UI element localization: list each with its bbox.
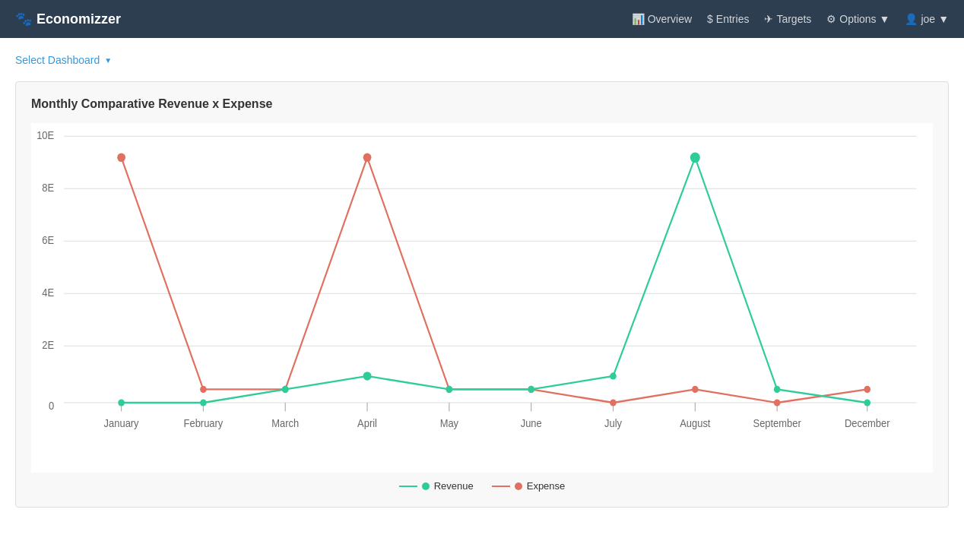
svg-point-43 <box>200 399 207 406</box>
svg-point-35 <box>363 153 372 163</box>
nav-targets[interactable]: ✈ Targets <box>764 13 811 25</box>
svg-text:July: July <box>604 418 622 429</box>
svg-text:January: January <box>104 418 139 429</box>
svg-point-51 <box>864 399 870 406</box>
brand: 🐾 Economizzer <box>15 11 632 27</box>
nav-menu: 📊 Overview $ Entries ✈ Targets ⚙ Options… <box>632 13 949 25</box>
svg-text:April: April <box>357 418 377 429</box>
svg-point-32 <box>117 153 125 163</box>
svg-text:6E: 6E <box>42 234 54 245</box>
chart-svg: 10E 8E 6E 4E 2E 0 <box>31 123 933 473</box>
svg-text:10E: 10E <box>36 129 54 141</box>
dashboard-chevron-icon: ▼ <box>104 56 112 65</box>
targets-icon: ✈ <box>764 13 773 25</box>
svg-text:0: 0 <box>49 400 54 412</box>
svg-point-47 <box>528 386 534 393</box>
chart-legend: Revenue Expense <box>31 480 933 492</box>
svg-point-41 <box>864 386 870 393</box>
svg-text:May: May <box>440 418 459 429</box>
svg-text:2E: 2E <box>42 339 54 350</box>
expense-dot-icon <box>515 482 522 490</box>
svg-point-33 <box>200 386 207 393</box>
revenue-line-icon <box>399 486 417 487</box>
svg-point-49 <box>690 152 700 163</box>
svg-text:September: September <box>753 418 802 429</box>
svg-text:August: August <box>680 418 711 429</box>
user-chevron-icon: ▼ <box>938 13 949 25</box>
options-icon: ⚙ <box>826 13 836 25</box>
select-dashboard-dropdown[interactable]: Select Dashboard ▼ <box>15 54 112 66</box>
svg-point-44 <box>282 386 289 393</box>
nav-options[interactable]: ⚙ Options ▼ <box>826 13 889 25</box>
svg-text:December: December <box>845 418 890 429</box>
svg-point-39 <box>692 386 699 393</box>
svg-point-48 <box>610 372 617 379</box>
legend-expense: Expense <box>492 480 566 492</box>
chart-area: 10E 8E 6E 4E 2E 0 <box>31 123 933 473</box>
svg-point-42 <box>118 399 125 406</box>
nav-user[interactable]: 👤 joe ▼ <box>905 13 949 25</box>
user-icon: 👤 <box>905 13 918 25</box>
overview-icon: 📊 <box>632 13 645 25</box>
svg-text:4E: 4E <box>42 286 54 298</box>
svg-point-38 <box>610 399 617 406</box>
content-area: Select Dashboard ▼ Monthly Comparative R… <box>0 38 964 523</box>
brand-icon: 🐾 <box>15 11 32 27</box>
nav-entries[interactable]: $ Entries <box>707 13 749 25</box>
revenue-dot-icon <box>422 482 430 490</box>
revenue-label: Revenue <box>434 480 474 492</box>
select-dashboard-label: Select Dashboard <box>15 54 100 66</box>
expense-label: Expense <box>527 480 566 492</box>
svg-point-40 <box>774 399 781 406</box>
svg-point-50 <box>774 386 781 393</box>
chart-card: Monthly Comparative Revenue x Expense 10… <box>15 81 949 508</box>
nav-overview[interactable]: 📊 Overview <box>632 13 692 25</box>
options-chevron-icon: ▼ <box>880 13 890 25</box>
legend-revenue: Revenue <box>399 480 474 492</box>
svg-text:March: March <box>271 418 299 429</box>
svg-text:February: February <box>184 418 224 429</box>
svg-text:8E: 8E <box>42 182 54 193</box>
chart-title: Monthly Comparative Revenue x Expense <box>31 97 933 111</box>
navbar: 🐾 Economizzer 📊 Overview $ Entries ✈ Tar… <box>0 0 964 38</box>
svg-point-46 <box>446 386 453 393</box>
expense-line-icon <box>492 486 510 487</box>
svg-text:June: June <box>521 418 542 429</box>
entries-icon: $ <box>707 13 713 25</box>
brand-name: Economizzer <box>36 11 121 27</box>
svg-point-45 <box>363 372 372 381</box>
